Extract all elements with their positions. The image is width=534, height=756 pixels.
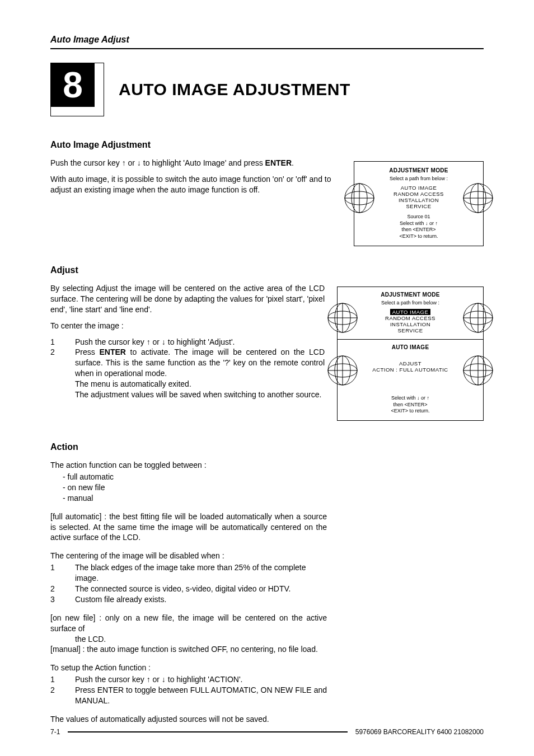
up-arrow-icon: ↑: [427, 395, 430, 401]
menu-option: SERVICE: [345, 327, 475, 334]
paragraph: The action function can be toggled betwe…: [50, 460, 327, 471]
text: to highlight 'ACTION'.: [166, 675, 243, 684]
text: Push the cursor key: [75, 337, 147, 346]
menu-illustration-2: ADJUSTMENT MODE Select a path from below…: [337, 283, 484, 421]
paragraph: With auto image, it is possible to switc…: [50, 174, 341, 195]
up-arrow-icon: ↑: [147, 337, 151, 346]
footer-rule: [68, 731, 347, 732]
paragraph: To center the image :: [50, 321, 325, 331]
globe-icon: [344, 183, 374, 213]
list-number: 1: [50, 674, 75, 685]
chapter-number-badge: 8: [50, 63, 104, 116]
up-arrow-icon: ↑: [122, 158, 126, 167]
list-text: Press ENTER to toggle between FULL AUTOM…: [75, 685, 327, 706]
globe-icon: [327, 355, 358, 386]
section-3-body: The action function can be toggled betwe…: [50, 460, 327, 725]
text: Push the cursor key: [75, 675, 147, 684]
paragraph: The values of automatically adjusted sou…: [50, 714, 327, 725]
enter-key: ENTER: [265, 158, 292, 167]
dash-item: - on new file: [50, 482, 327, 493]
menu-option: INSTALLATION: [362, 197, 475, 203]
menu-option: RANDOM ACCESS: [362, 191, 475, 197]
menu-footer-line: <EXIT> to return.: [345, 408, 475, 415]
menu-subtitle: Select a path from below :: [362, 176, 475, 181]
page-footer: 7-1 5976069 BARCOREALITY 6400 21082000: [50, 728, 484, 736]
paragraph: [manual] : the auto image function is sw…: [50, 644, 327, 655]
menu-option: RANDOM ACCESS: [345, 315, 475, 321]
text: or: [151, 675, 162, 684]
text: or: [126, 158, 137, 167]
menu-title: ADJUSTMENT MODE: [345, 292, 475, 298]
text: Press: [75, 348, 99, 356]
menu-line: ADJUST: [345, 360, 475, 367]
menu-option: INSTALLATION: [345, 321, 475, 327]
menu-line: ACTION : FULL AUTOMATIC: [345, 367, 475, 373]
text: The adjustment values will be saved when…: [75, 390, 321, 399]
section-1-body: Push the cursor key ↑ or ↓ to highlight …: [50, 158, 341, 201]
menu-source: Source 01: [362, 214, 475, 220]
list-number: 2: [50, 685, 75, 706]
text: .: [292, 158, 294, 167]
down-arrow-icon: ↓: [162, 675, 166, 684]
dash-item: - full automatic: [50, 472, 327, 482]
menu-title: AUTO IMAGE: [345, 344, 475, 350]
menu-option-highlighted: AUTO IMAGE: [390, 309, 430, 315]
up-arrow-icon: ↑: [435, 220, 438, 226]
chapter-header: 8 AUTO IMAGE ADJUSTMENT: [50, 63, 484, 116]
globe-icon: [463, 303, 493, 333]
dash-item: - manual: [50, 493, 327, 504]
document-id: 5976069 BARCOREALITY 6400 21082000: [355, 728, 484, 736]
menu-option: AUTO IMAGE: [362, 185, 475, 191]
section-title-adjust: Adjust: [50, 265, 484, 275]
globe-icon: [463, 183, 493, 213]
menu-subtitle: Select a path from below :: [345, 300, 475, 306]
section-2-body: By selecting Adjust the image will be ce…: [50, 283, 325, 400]
text: The menu is automatically exited.: [75, 379, 191, 388]
text: to highlight 'Adjust'.: [166, 337, 235, 346]
menu-footer-line: <EXIT> to return.: [362, 233, 475, 240]
section-title-action: Action: [50, 442, 484, 452]
down-arrow-icon: ↓: [137, 158, 141, 167]
section-title-auto-image-adjustment: Auto Image Adjustment: [50, 140, 484, 150]
globe-icon: [327, 303, 358, 333]
up-arrow-icon: ↑: [147, 675, 151, 684]
paragraph: [on new file] : only on a new file, the …: [50, 613, 327, 634]
list-number: 2: [50, 347, 75, 400]
list-number: 3: [50, 594, 75, 605]
text: or: [151, 337, 162, 346]
down-arrow-icon: ↓: [162, 337, 166, 346]
menu-option: SERVICE: [362, 203, 475, 209]
enter-key: ENTER: [99, 348, 125, 356]
page-number: 7-1: [50, 728, 60, 736]
globe-icon: [463, 355, 493, 386]
menu-footer-line: then <ENTER>: [362, 227, 475, 233]
paragraph: [full automatic] : the best fitting file…: [50, 511, 327, 543]
running-header: Auto Image Adjust: [50, 35, 484, 49]
list-number: 2: [50, 584, 75, 594]
list-number: 1: [50, 562, 75, 584]
text: Push the cursor key: [50, 158, 122, 167]
paragraph-continuation: the LCD.: [50, 634, 327, 645]
list-text: The black edges of the image take more t…: [75, 562, 327, 584]
chapter-number: 8: [51, 63, 95, 107]
text: Select with: [400, 220, 425, 226]
text: Select with: [391, 395, 417, 401]
list-text: The connected source is video, s-video, …: [75, 584, 327, 594]
menu-footer-line: then <ENTER>: [345, 402, 475, 408]
paragraph: To setup the Action function :: [50, 663, 327, 673]
text: or: [420, 395, 427, 401]
text: or: [428, 220, 435, 226]
chapter-title: AUTO IMAGE ADJUSTMENT: [119, 80, 350, 99]
text: to highlight 'Auto Image' and press: [141, 158, 265, 167]
paragraph: The centering of the image will be disab…: [50, 551, 327, 561]
paragraph: By selecting Adjust the image will be ce…: [50, 283, 325, 315]
list-text: Custom file already exists.: [75, 594, 327, 605]
list-number: 1: [50, 337, 75, 348]
menu-title: ADJUSTMENT MODE: [362, 167, 475, 173]
menu-illustration-1: ADJUSTMENT MODE Select a path from below…: [354, 158, 484, 246]
